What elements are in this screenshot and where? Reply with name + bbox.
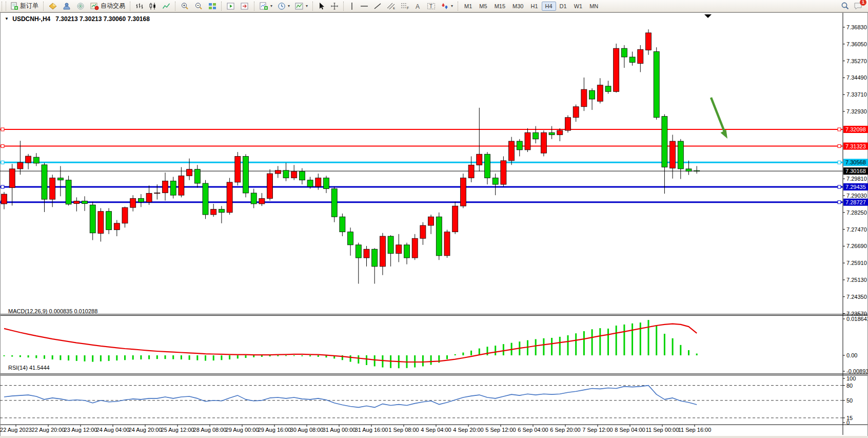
chart-shift-marker[interactable] [704,14,712,18]
svg-text:31 Aug 00:00: 31 Aug 00:00 [323,427,356,433]
svg-text:5 Sep 12:00: 5 Sep 12:00 [485,427,516,433]
svg-text:7.29435: 7.29435 [845,184,866,190]
svg-text:8 Sep 04:00: 8 Sep 04:00 [615,427,645,433]
svg-text:4 Sep 20:00: 4 Sep 20:00 [453,427,483,433]
collapse-triangle-icon[interactable]: ▼ [5,16,9,21]
svg-text:7.28727: 7.28727 [845,199,866,205]
svg-text:7.29810: 7.29810 [846,176,867,182]
rsi-value-line [4,386,697,408]
svg-text:6 Sep 04:00: 6 Sep 04:00 [518,427,548,433]
rsi-pane [0,386,843,418]
macd-pane [4,320,698,368]
svg-text:7.28250: 7.28250 [846,210,867,216]
rsi-axis-labels[interactable]: 1008050150 [843,375,856,426]
svg-text:7.36050: 7.36050 [846,41,867,47]
macd-axis-labels[interactable]: 0.0186410.00-0.008934 [843,316,868,374]
svg-text:11 Sep 00:00: 11 Sep 00:00 [646,427,679,433]
svg-text:100: 100 [846,375,856,382]
svg-text:7.33710: 7.33710 [846,91,867,98]
svg-text:4 Sep 04:00: 4 Sep 04:00 [421,427,451,433]
svg-text:29 Aug 00:00: 29 Aug 00:00 [226,427,259,433]
svg-text:29 Aug 16:00: 29 Aug 16:00 [258,427,291,433]
svg-text:-0.008934: -0.008934 [846,368,868,374]
svg-text:0.00: 0.00 [846,352,857,358]
svg-text:7.32930: 7.32930 [846,108,867,115]
svg-text:7.31323: 7.31323 [845,143,866,149]
svg-text:7.27470: 7.27470 [846,226,867,233]
svg-text:23 Aug 12:00: 23 Aug 12:00 [64,427,97,433]
chart-title: ▼ USDCNH-,H4 7.30213 7.30213 7.30060 7.3… [5,15,150,23]
svg-text:24 Aug 20:00: 24 Aug 20:00 [129,427,162,433]
chart-canvas[interactable]: 7.368307.360507.352707.344907.337107.329… [0,0,868,438]
svg-text:7.35270: 7.35270 [846,58,867,64]
chart-symbol-period: USDCNH-,H4 [12,15,50,23]
svg-text:6 Sep 20:00: 6 Sep 20:00 [550,427,580,433]
svg-text:7.32098: 7.32098 [845,126,866,132]
level-lines[interactable]: 7.320987.313237.305687.294357.28727 [0,126,868,206]
svg-text:30 Aug 08:00: 30 Aug 08:00 [290,427,324,433]
svg-text:22 Aug 2023: 22 Aug 2023 [0,427,32,433]
mt4-window: 新订单 自动交易 [0,0,868,438]
svg-text:0.018641: 0.018641 [846,316,868,322]
svg-text:50: 50 [846,397,853,404]
svg-text:7.36830: 7.36830 [846,24,867,30]
svg-text:24 Aug 04:00: 24 Aug 04:00 [96,427,130,433]
svg-text:22 Aug 20:00: 22 Aug 20:00 [32,427,65,433]
svg-text:80: 80 [846,383,853,389]
svg-text:0: 0 [846,420,850,426]
svg-text:28 Aug 08:00: 28 Aug 08:00 [193,427,227,433]
svg-text:11 Sep 16:00: 11 Sep 16:00 [678,427,712,433]
svg-text:7.25130: 7.25130 [846,277,867,283]
pane-separators[interactable] [1,314,867,425]
svg-text:31 Aug 16:00: 31 Aug 16:00 [355,427,388,433]
svg-text:7.26690: 7.26690 [846,243,867,249]
candles-layer [2,29,700,283]
svg-text:7.29030: 7.29030 [846,193,867,199]
svg-text:7.30168: 7.30168 [845,168,866,174]
svg-text:25 Aug 12:00: 25 Aug 12:00 [161,427,194,433]
chart-ohlc-values: 7.30213 7.30213 7.30060 7.30168 [55,15,150,23]
bid-price-line: 7.30168 [0,167,868,175]
arrow-annotation[interactable] [711,98,727,139]
status-strip [0,436,868,438]
svg-text:7.25910: 7.25910 [846,260,867,266]
svg-text:7.34490: 7.34490 [846,74,867,81]
svg-text:7.24350: 7.24350 [846,294,867,300]
rsi-indicator-label: RSI(14) 41.5444 [8,365,50,371]
svg-text:7 Sep 12:00: 7 Sep 12:00 [582,427,613,433]
time-axis[interactable]: 22 Aug 202322 Aug 20:0023 Aug 12:0024 Au… [0,425,711,433]
macd-indicator-label: MACD(12,26,9) 0.000835 0.010288 [8,308,97,314]
svg-text:7.30568: 7.30568 [845,159,866,165]
svg-text:1 Sep 08:00: 1 Sep 08:00 [388,427,419,433]
